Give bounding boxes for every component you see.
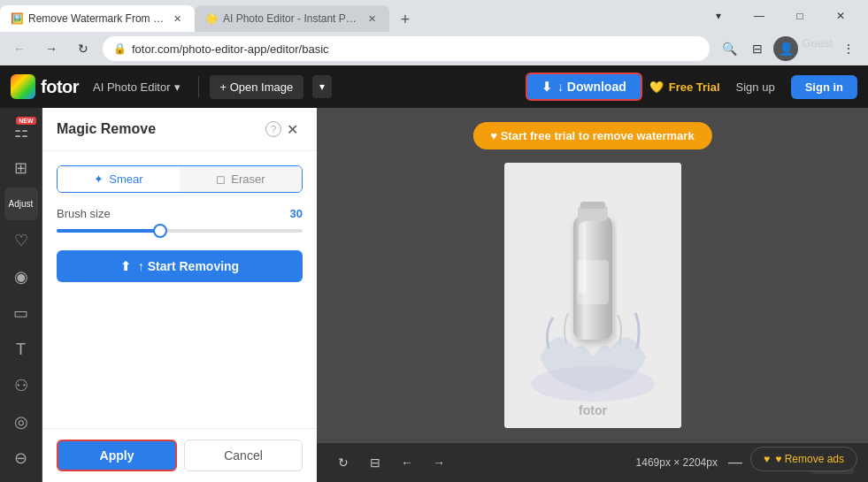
layout-icon: ⊞ [14,158,27,178]
forward-button[interactable]: → [39,36,64,61]
shape-icon: ▭ [13,303,28,323]
smear-tab[interactable]: ✦ Smear [58,166,180,192]
panel-close-button[interactable]: ✕ [281,119,303,140]
download-icon: ⬇ [542,80,552,94]
start-removing-button[interactable]: ⬆ ↑ Start Removing [57,250,303,282]
eraser-icon: ◻ [216,172,226,186]
tab2-close[interactable]: ✕ [365,11,379,26]
window-controls: ▾ — □ ✕ [691,0,868,32]
new-tab-button[interactable]: + [393,7,418,32]
slider-thumb[interactable] [153,224,167,238]
open-image-label: + Open Image [220,80,294,94]
sidebar-item-grid[interactable]: ⚏ NEW [4,115,38,148]
header-divider [198,76,199,97]
start-removing-icon: ⬆ [120,259,131,273]
download-button[interactable]: ⬇ ↓ Download [526,73,642,101]
open-image-dropdown[interactable]: ▾ [312,75,332,98]
sidebar-item-effects[interactable]: ◎ [4,406,38,439]
tab2-favicon: 🌟 [205,12,218,25]
ai-photo-editor-menu[interactable]: AI Photo Editor ▾ [86,77,187,97]
tab1-title: Remove Watermark From Photo [28,12,165,25]
smear-label: Smear [109,172,142,186]
apply-label: Apply [100,448,134,463]
avatar[interactable]: 👤 [773,36,798,61]
svg-rect-6 [577,260,609,304]
guest-label: Guest [802,36,833,61]
panel-actions: Apply Cancel [42,428,317,482]
flip-button[interactable]: ⊟ [363,450,388,475]
panel-header: Magic Remove ? ✕ [42,108,317,151]
undo-button[interactable]: ← [395,450,419,475]
open-image-button[interactable]: + Open Image [210,75,304,99]
back-button[interactable]: ← [7,36,32,61]
panel-title: Magic Remove [57,121,260,137]
more-options-icon[interactable]: ⋮ [836,36,861,61]
effects-icon: ◎ [14,412,28,432]
zoom-out-button[interactable]: — [725,452,746,473]
app-body: ⚏ NEW ⊞ Adjust ♡ ◉ ▭ T ⚇ [0,108,868,482]
tab-inactive[interactable]: 🌟 AI Photo Editor - Instant Photo E ✕ [195,5,389,32]
sidebar-item-text[interactable]: T [4,333,38,366]
canvas-area: ♥ Start free trial to remove watermark [317,108,868,482]
cancel-label: Cancel [224,448,263,463]
brush-size-value: 30 [290,207,303,220]
help-icon[interactable]: ? [265,121,281,137]
eraser-tab[interactable]: ◻ Eraser [180,166,302,192]
apply-button[interactable]: Apply [57,440,177,471]
tab2-title: AI Photo Editor - Instant Photo E [223,12,359,25]
eraser-label: Eraser [231,172,265,186]
cancel-button[interactable]: Cancel [184,440,303,471]
tool-sidebar: ⚏ NEW ⊞ Adjust ♡ ◉ ▭ T ⚇ [0,108,42,482]
rotate-button[interactable]: ↻ [331,450,356,475]
tab1-close[interactable]: ✕ [170,11,184,26]
window-maximize[interactable]: □ [780,0,820,32]
tab-active[interactable]: 🖼️ Remove Watermark From Photo ✕ [0,5,195,32]
redo-button[interactable]: → [426,450,451,475]
tab-bar: 🖼️ Remove Watermark From Photo ✕ 🌟 AI Ph… [0,0,868,32]
signup-label: Sign up [736,80,775,94]
sidebar-item-people[interactable]: ⚇ [4,370,38,402]
window-minimize[interactable]: ▾ [698,0,739,32]
search-icon[interactable]: 🔍 [717,36,741,61]
tab1-favicon: 🖼️ [11,12,23,25]
lock-icon: 🔒 [113,42,127,55]
sidebar-item-adjust[interactable]: Adjust [4,187,38,220]
retouch-icon: ◉ [14,267,28,287]
signin-label: Sign in [805,80,843,94]
free-trial-banner[interactable]: ♥ Start free trial to remove watermark [472,122,711,149]
remove-ads-button[interactable]: ♥ ♥ Remove ads [750,447,857,471]
download-label: ↓ Download [557,80,626,94]
sidebar-item-layout[interactable]: ⊞ [4,151,38,184]
panel-body: ✦ Smear ◻ Eraser Brush size 30 [42,151,317,428]
free-trial-label: Free Trial [669,80,720,94]
beauty-icon: ♡ [14,231,28,250]
dimensions-text: 1469px × 2204px [636,456,718,469]
text-icon: T [16,340,26,359]
window-close[interactable]: ✕ [820,0,861,32]
new-badge: NEW [16,117,35,125]
svg-rect-4 [580,202,605,209]
app-header: fotor AI Photo Editor ▾ + Open Image ▾ ⬇… [0,65,868,108]
brush-size-row: Brush size 30 [57,207,303,220]
adjust-icon: Adjust [9,199,34,209]
signin-button[interactable]: Sign in [791,75,857,99]
app-container: fotor AI Photo Editor ▾ + Open Image ▾ ⬇… [0,65,868,482]
window-minimize-btn[interactable]: — [739,0,780,32]
address-text: fotor.com/photo-editor-app/editor/basic [132,42,329,56]
slider-track[interactable] [57,229,303,233]
sidebar-item-retouch[interactable]: ◉ [4,260,38,293]
svg-text:fotor: fotor [579,403,607,417]
sidebar-item-shape[interactable]: ▭ [4,296,38,329]
split-view-icon[interactable]: ⊟ [745,36,770,61]
brush-size-slider[interactable] [57,229,303,233]
sidebar-item-minus[interactable]: ⊖ [4,442,38,475]
address-input[interactable]: 🔒 fotor.com/photo-editor-app/editor/basi… [103,36,710,61]
sidebar-item-beauty[interactable]: ♡ [4,224,38,256]
slider-fill [57,229,160,233]
signup-button[interactable]: Sign up [727,75,784,99]
fotor-logo: fotor [11,74,79,99]
reload-button[interactable]: ↻ [71,36,96,61]
heart-icon: 💛 [649,80,664,94]
address-bar: ← → ↻ 🔒 fotor.com/photo-editor-app/edito… [0,32,868,65]
free-trial-button[interactable]: 💛 Free Trial [649,80,720,94]
